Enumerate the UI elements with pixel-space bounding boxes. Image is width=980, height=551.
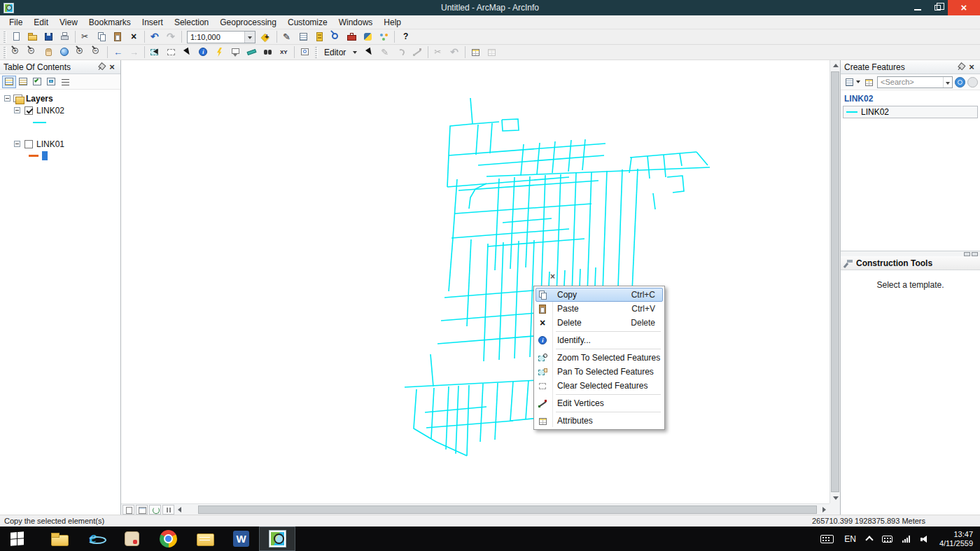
endpoint-arc-tool-button[interactable] — [393, 46, 410, 60]
street-segment[interactable] — [603, 171, 607, 293]
split-tool-button[interactable] — [430, 46, 447, 60]
taskbar-folders[interactable] — [186, 526, 223, 551]
street-segment[interactable] — [425, 407, 486, 412]
context-menu-item-edit-vertices[interactable]: Edit Vertices — [536, 396, 663, 410]
refresh-view-button[interactable] — [149, 505, 161, 515]
street-segment[interactable] — [495, 179, 499, 270]
street-segment[interactable] — [458, 181, 598, 190]
street-segment[interactable] — [476, 125, 478, 155]
street-segment[interactable] — [490, 123, 492, 153]
context-menu-item-delete[interactable]: DeleteDelete — [536, 316, 663, 330]
restore-button[interactable] — [927, 0, 948, 15]
sketch-properties-button[interactable] — [484, 46, 500, 60]
street-segment[interactable] — [436, 442, 467, 456]
layer-visibility-checkbox[interactable] — [24, 106, 33, 115]
menu-file[interactable]: File — [4, 16, 28, 29]
map-area[interactable]: × CopyCtrl+CPasteCtrl+VDeleteDeleteIdent… — [121, 60, 840, 515]
horizontal-scroll-thumb[interactable] — [198, 505, 817, 514]
print-button[interactable] — [57, 30, 73, 44]
combo-value[interactable]: 1:10,000 — [188, 33, 244, 41]
menu-help[interactable]: Help — [378, 16, 407, 29]
table-of-contents-button[interactable] — [295, 30, 312, 44]
street-segment[interactable] — [537, 143, 540, 174]
scroll-up-button[interactable] — [830, 60, 840, 71]
search-input[interactable]: <Search> — [878, 78, 943, 86]
street-segment[interactable] — [426, 421, 513, 428]
street-segment[interactable] — [514, 241, 519, 358]
street-segment[interactable] — [502, 119, 519, 131]
context-menu-item-copy[interactable]: CopyCtrl+C — [536, 288, 663, 302]
list-by-selection-button[interactable] — [44, 76, 58, 88]
python-button[interactable] — [360, 30, 376, 44]
layout-view-button[interactable] — [136, 505, 148, 515]
toc-pin-button[interactable] — [95, 62, 106, 73]
save-button[interactable] — [41, 30, 57, 44]
delete-button[interactable] — [126, 30, 142, 44]
street-segment[interactable] — [526, 176, 530, 267]
new-map-button[interactable] — [8, 30, 24, 44]
toolbar-grip[interactable] — [315, 47, 318, 58]
list-by-drawing-order-button[interactable] — [2, 76, 16, 88]
identify-button[interactable] — [195, 46, 211, 60]
street-segment[interactable] — [469, 183, 486, 209]
dropdown-arrow-icon[interactable] — [244, 32, 255, 43]
touch-keyboard-button[interactable] — [816, 526, 839, 551]
pause-drawing-button[interactable] — [162, 505, 174, 515]
splitter-collapse-button[interactable] — [964, 252, 970, 256]
street-segment[interactable] — [456, 386, 458, 454]
toc-close-button[interactable] — [106, 62, 118, 73]
splitter-expand-button[interactable] — [972, 252, 978, 256]
data-view-button[interactable] — [122, 505, 134, 515]
street-segment[interactable] — [568, 140, 571, 172]
select-elements-button[interactable] — [179, 46, 195, 60]
attributes-button[interactable] — [468, 46, 484, 60]
street-segment[interactable] — [484, 244, 488, 361]
html-popup-button[interactable] — [227, 46, 244, 60]
start-button[interactable] — [0, 526, 34, 551]
taskbar-internet-explorer[interactable] — [77, 526, 113, 551]
magnifier-window-button[interactable] — [297, 46, 313, 60]
network-button[interactable] — [897, 526, 916, 551]
editor-toolbar-button[interactable] — [279, 30, 295, 44]
street-segment[interactable] — [438, 335, 542, 344]
trace-tool-button[interactable] — [410, 46, 426, 60]
input-indicator-button[interactable] — [877, 526, 897, 551]
open-button[interactable] — [24, 30, 41, 44]
back-extent-button[interactable] — [110, 46, 126, 60]
toolbar-grip[interactable] — [4, 47, 6, 58]
menu-edit[interactable]: Edit — [28, 16, 54, 29]
context-menu-item-zoom-to-selected-features[interactable]: Zoom To Selected Features — [536, 351, 663, 365]
pan-button[interactable] — [41, 46, 57, 60]
template-group-header[interactable]: LINK02 — [841, 90, 980, 106]
line-symbol-swatch[interactable] — [33, 122, 46, 123]
scroll-right-button[interactable] — [819, 504, 830, 515]
street-segment[interactable] — [521, 144, 524, 176]
arctoolbox-button[interactable] — [344, 30, 360, 44]
toolbar-grip[interactable] — [4, 32, 6, 43]
menu-view[interactable]: View — [54, 16, 83, 29]
street-segment[interactable] — [467, 385, 469, 456]
street-segment[interactable] — [455, 204, 592, 214]
cut-button[interactable] — [78, 30, 94, 44]
street-segment[interactable] — [447, 155, 449, 187]
street-segment[interactable] — [664, 155, 666, 177]
full-extent-button[interactable] — [57, 46, 73, 60]
street-segment[interactable] — [486, 167, 710, 176]
create-features-pin-button[interactable] — [955, 62, 966, 73]
street-segment[interactable] — [453, 179, 457, 238]
undo-button[interactable] — [147, 30, 163, 44]
tree-symbol-link02[interactable] — [0, 116, 120, 128]
street-segment[interactable] — [449, 124, 472, 155]
collapse-icon[interactable] — [14, 141, 20, 147]
street-segment[interactable] — [431, 388, 434, 438]
panel-splitter[interactable] — [841, 251, 980, 256]
search-dropdown-arrow[interactable] — [943, 77, 952, 88]
organize-templates-button[interactable] — [843, 76, 855, 88]
menu-customize[interactable]: Customize — [282, 16, 333, 29]
street-segment[interactable] — [582, 139, 585, 170]
menu-windows[interactable]: Windows — [333, 16, 379, 29]
find-button[interactable] — [260, 46, 276, 60]
street-segment[interactable] — [667, 176, 684, 193]
street-segment[interactable] — [632, 169, 638, 291]
taskbar-word[interactable] — [223, 526, 259, 551]
